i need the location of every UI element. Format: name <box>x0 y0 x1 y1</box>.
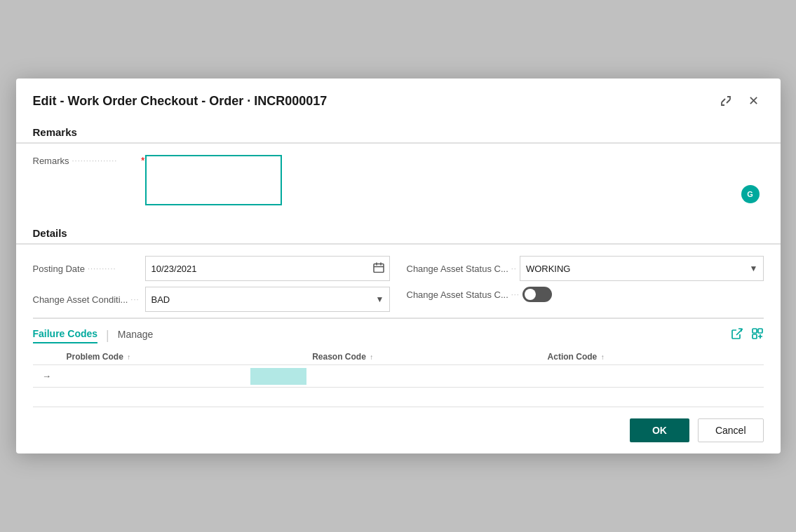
failure-codes-table: Problem Code ↑ Reason Code ↑ Action Code… <box>33 349 764 407</box>
details-row-1: Posting Date ·········· Change Asset Sta… <box>33 256 764 281</box>
failure-codes-table-container: Problem Code ↑ Reason Code ↑ Action Code… <box>16 349 781 407</box>
empty-action[interactable] <box>542 388 764 407</box>
reason-code-cell[interactable] <box>306 365 541 388</box>
svg-rect-3 <box>753 334 757 339</box>
empty-arrow <box>33 388 61 407</box>
remarks-form-section: Remarks ················ * G <box>16 144 781 221</box>
tab-failure-codes[interactable]: Failure Codes <box>33 328 98 343</box>
sort-icon-problem: ↑ <box>127 353 130 361</box>
toggle-slider <box>522 287 552 302</box>
failure-codes-tabs: Failure Codes | Manage <box>33 328 154 343</box>
failure-codes-header: Failure Codes | Manage <box>16 319 781 349</box>
remarks-textarea-wrapper: G <box>145 155 764 207</box>
remarks-textarea[interactable] <box>145 155 282 205</box>
table-row-empty <box>33 388 764 407</box>
remarks-section-header: Remarks <box>16 121 781 144</box>
row-arrow: → <box>33 365 61 388</box>
modal-title: Edit - Work Order Checkout - Order · INC… <box>33 94 328 109</box>
open-icon[interactable] <box>751 327 764 343</box>
toggle-wrapper <box>522 287 552 302</box>
sort-icon-reason: ↑ <box>370 353 373 361</box>
svg-rect-2 <box>758 329 762 333</box>
svg-rect-0 <box>374 264 384 273</box>
action-code-cell[interactable] <box>542 365 764 388</box>
details-section-header: Details <box>16 221 781 245</box>
tab-manage[interactable]: Manage <box>118 329 154 343</box>
details-row-2: Change Asset Conditi... ··· BAD GOOD FAI… <box>33 287 764 312</box>
change-asset-condition-col: Change Asset Conditi... ··· BAD GOOD FAI… <box>33 287 390 312</box>
expand-icon[interactable] <box>716 91 736 111</box>
share-icon[interactable] <box>730 327 743 343</box>
posting-date-label: Posting Date ·········· <box>33 264 145 274</box>
svg-rect-1 <box>753 329 757 333</box>
table-row: → <box>33 365 764 388</box>
sort-icon-action: ↑ <box>601 353 605 361</box>
ok-button[interactable]: OK <box>630 418 689 442</box>
modal-header-icons: ✕ <box>716 91 764 111</box>
change-asset-status-label: Change Asset Status C... ·· <box>407 264 520 274</box>
remarks-row: Remarks ················ * G <box>33 155 764 207</box>
change-asset-status-toggle-col: Change Asset Status C... ··· <box>407 287 764 302</box>
posting-date-col: Posting Date ·········· <box>33 256 390 281</box>
remarks-label: Remarks ················ * <box>33 155 145 166</box>
change-asset-status-select-wrapper: WORKING NOT WORKING IN REPAIR ▼ <box>520 256 764 281</box>
posting-date-input[interactable] <box>145 256 390 281</box>
th-arrow <box>33 349 61 365</box>
th-action-code[interactable]: Action Code ↑ <box>542 349 764 365</box>
posting-date-wrapper <box>145 256 390 281</box>
empty-reason[interactable] <box>306 388 541 407</box>
modal-footer: OK Cancel <box>16 407 781 453</box>
change-asset-condition-label: Change Asset Conditi... ··· <box>33 294 145 305</box>
toggle-switch[interactable] <box>522 287 552 302</box>
close-icon[interactable]: ✕ <box>744 91 764 111</box>
th-reason-code[interactable]: Reason Code ↑ <box>306 349 541 365</box>
modal-header: Edit - Work Order Checkout - Order · INC… <box>16 79 781 121</box>
modal-dialog: Edit - Work Order Checkout - Order · INC… <box>16 79 781 453</box>
failure-codes-action-icons <box>730 327 764 343</box>
details-form-section: Posting Date ·········· Change Asset Sta… <box>16 245 781 318</box>
change-asset-status-toggle-label: Change Asset Status C... ··· <box>407 289 522 300</box>
table-header-row: Problem Code ↑ Reason Code ↑ Action Code… <box>33 349 764 365</box>
cancel-button[interactable]: Cancel <box>698 418 764 442</box>
problem-code-cell[interactable] <box>61 365 307 388</box>
empty-problem[interactable] <box>61 388 307 407</box>
calendar-icon[interactable] <box>373 262 384 275</box>
change-asset-status-select[interactable]: WORKING NOT WORKING IN REPAIR <box>520 256 764 281</box>
grammarly-button[interactable]: G <box>741 185 760 203</box>
change-asset-status-col: Change Asset Status C... ·· WORKING NOT … <box>407 256 764 281</box>
change-asset-condition-select[interactable]: BAD GOOD FAIR <box>145 287 390 312</box>
change-asset-condition-select-wrapper: BAD GOOD FAIR ▼ <box>145 287 390 312</box>
th-problem-code[interactable]: Problem Code ↑ <box>61 349 307 365</box>
